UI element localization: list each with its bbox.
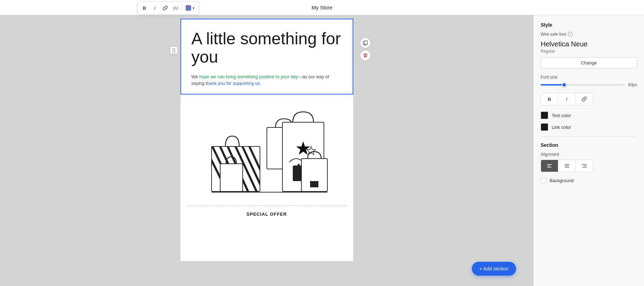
align-right-button[interactable]: [576, 160, 593, 172]
panel-divider: [541, 136, 637, 137]
canvas-wrapper: A little something for you We hope we ca…: [180, 19, 353, 261]
font-size-row: 60px: [541, 82, 637, 87]
add-section-button[interactable]: + Add section: [472, 262, 516, 276]
canvas-area: A little something for you We hope we ca…: [0, 15, 533, 286]
bold-button[interactable]: B: [140, 3, 149, 13]
font-size-label: Font size: [541, 75, 637, 80]
text-section[interactable]: A little something for you We hope we ca…: [180, 19, 353, 95]
svg-rect-19: [310, 181, 318, 187]
alignment-label: Alignment: [541, 152, 637, 157]
info-icon[interactable]: i: [568, 32, 573, 37]
headline-text[interactable]: A little something for you: [192, 30, 342, 66]
variable-button[interactable]: {A}: [171, 3, 180, 13]
body-text: We hope we can bring something positive …: [192, 73, 342, 87]
shopping-bags-illustration: [201, 101, 333, 198]
text-color-label: Text color: [552, 113, 571, 118]
special-offer-text: SPECIAL OFFER: [246, 212, 287, 217]
editor-toolbar: B I {A} ▾: [137, 1, 199, 15]
highlight-hope: hope we can bring something positive to …: [199, 74, 298, 79]
format-link-button[interactable]: [576, 93, 593, 105]
add-section-label: + Add section: [479, 266, 508, 271]
font-name: Helvetica Neue: [541, 40, 637, 48]
align-center-button[interactable]: [558, 160, 576, 172]
ai-chevron: ▾: [193, 6, 195, 10]
ai-icon: [186, 5, 191, 11]
change-font-button[interactable]: Change: [541, 57, 637, 69]
svg-rect-1: [364, 41, 367, 44]
alignment-buttons: [541, 160, 593, 172]
slider-thumb: [562, 82, 567, 87]
background-toggle[interactable]: [541, 178, 546, 183]
section-actions: [360, 38, 371, 61]
drag-dot: [174, 48, 175, 49]
font-size-value: 60px: [628, 82, 637, 87]
font-style: Regular: [541, 49, 637, 54]
background-row: Background: [541, 178, 637, 183]
background-label: Background: [550, 178, 573, 183]
align-left-button[interactable]: [541, 160, 558, 172]
drag-handle[interactable]: [170, 46, 178, 54]
drag-dot: [172, 52, 174, 53]
top-bar: My Store: [0, 0, 644, 15]
ai-button[interactable]: ▾: [184, 5, 197, 11]
link-color-swatch[interactable]: [541, 123, 548, 131]
link-color-label: Link color: [552, 125, 571, 130]
format-buttons: B I: [541, 93, 593, 105]
format-bold-button[interactable]: B: [541, 93, 558, 105]
drag-dot: [174, 52, 175, 53]
image-section: [180, 95, 353, 205]
right-panel: Style Web safe font i Helvetica Neue Reg…: [533, 15, 644, 286]
style-title: Style: [541, 22, 637, 28]
web-safe-font-label: Web safe font: [541, 32, 566, 37]
duplicate-button[interactable]: [360, 38, 371, 48]
drag-dot: [174, 50, 175, 51]
font-size-slider[interactable]: [541, 84, 625, 86]
email-page: A little something for you We hope we ca…: [180, 19, 353, 261]
drag-dots: [172, 48, 175, 53]
web-safe-font-row: Web safe font i: [541, 32, 637, 37]
svg-rect-12: [220, 164, 243, 191]
special-offer-section: SPECIAL OFFER: [180, 206, 353, 221]
main-area: A little something for you We hope we ca…: [0, 15, 644, 286]
drag-dot: [172, 48, 174, 49]
drag-dot: [172, 50, 174, 51]
highlight-thankyou: thank you for supporting us: [206, 81, 260, 86]
format-italic-button[interactable]: I: [558, 93, 576, 105]
link-button[interactable]: [160, 3, 170, 13]
text-color-row: Text color: [541, 111, 637, 119]
svg-point-17: [298, 164, 300, 166]
section-panel-title: Section: [541, 142, 637, 148]
page-title: My Store: [311, 5, 332, 10]
toolbar-divider: [182, 5, 182, 11]
delete-button[interactable]: [360, 50, 371, 61]
text-color-swatch[interactable]: [541, 111, 548, 119]
italic-button[interactable]: I: [150, 3, 160, 13]
link-color-row: Link color: [541, 123, 637, 131]
